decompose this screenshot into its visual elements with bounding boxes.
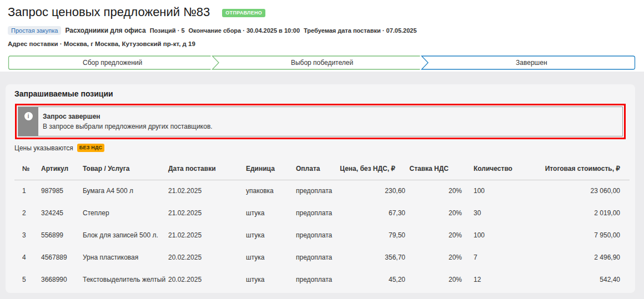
table-cell: 20.02.2025	[168, 268, 246, 291]
page-title: Запрос ценовых предложений №83	[8, 5, 210, 19]
table-cell: 4567889	[41, 246, 83, 268]
table-cell: штука	[246, 268, 296, 291]
table-cell: 2 019,00	[533, 202, 630, 224]
table-cell: штука	[246, 246, 296, 268]
table-cell: 542,40	[533, 268, 630, 291]
table-cell: 21.02.2025	[168, 180, 246, 202]
column-header-7: Цена, без НДС, ₽	[339, 158, 405, 180]
table-cell: 987985	[41, 180, 83, 202]
prices-note: Цены указываются БЕЗ НДС	[14, 144, 626, 152]
table-cell: 20%	[405, 268, 462, 291]
table-cell: 67,30	[339, 202, 405, 224]
table-cell: 21.02.2025	[168, 224, 246, 246]
table-cell: 20%	[405, 224, 462, 246]
table-cell: 7 950,00	[533, 224, 630, 246]
positions-table: №АртикулТовар / УслугаДата поставкиЕдини…	[14, 158, 630, 291]
table-cell: 20%	[405, 246, 462, 268]
table-cell: 30	[462, 202, 533, 224]
table-cell: предоплата	[296, 268, 339, 291]
positions-card: Запрашиваемые позиции i Запрос завершен …	[6, 84, 635, 293]
step-winners: Выбор победителей	[217, 55, 426, 70]
table-cell: 79,50	[339, 224, 405, 246]
table-cell: 3	[14, 224, 41, 246]
table-cell: Бумага А4 500 л	[83, 180, 168, 202]
alert-icon-strip: i	[18, 107, 38, 136]
info-icon: i	[24, 112, 33, 120]
table-row: 1987985Бумага А4 500 л21.02.2025упаковка…	[14, 180, 630, 202]
table-cell: 23 060,00	[533, 180, 630, 202]
table-cell: 45,20	[339, 268, 405, 291]
alert-body: Запрос завершен В запросе выбрали предло…	[38, 107, 220, 136]
vat-badge: БЕЗ НДС	[77, 144, 104, 152]
table-cell: предоплата	[296, 246, 339, 268]
column-header-10: Итоговая стоимость, ₽	[533, 158, 630, 180]
column-header-4: Дата поставки	[168, 158, 246, 180]
table-row: 53668990Текстовыделитель желтый20.02.202…	[14, 268, 630, 291]
table-cell: 21.02.2025	[168, 202, 246, 224]
table-cell: 100	[462, 224, 533, 246]
table-cell: 12	[462, 268, 533, 291]
required-delivery-date: Требуемая дата поставки · 07.05.2025	[304, 27, 417, 34]
table-cell: 2 496,90	[533, 246, 630, 268]
table-row: 44567889Урна пластиковая20.02.2025штукап…	[14, 246, 630, 268]
alert-title: Запрос завершен	[43, 112, 213, 121]
table-row: 2324245Степлер21.02.2025штукапредоплата6…	[14, 202, 630, 224]
table-cell: упаковка	[246, 180, 296, 202]
table-cell: 20%	[405, 180, 462, 202]
table-cell: Блок для записей 500 л.	[83, 224, 168, 246]
table-cell: Степлер	[83, 202, 168, 224]
category-label: Расходниики для офиса	[65, 27, 145, 34]
meta-line: Простая закупка Расходниики для офиса По…	[8, 26, 636, 35]
table-cell: 7	[462, 246, 533, 268]
table-header-row: №АртикулТовар / УслугаДата поставкиЕдини…	[14, 158, 630, 180]
table-cell: Урна пластиковая	[83, 246, 168, 268]
positions-count: Позиций · 5	[150, 27, 185, 34]
alert-text: В запросе выбрали предложения других пос…	[43, 121, 213, 131]
column-header-8: Ставка НДС	[405, 158, 462, 180]
status-badge: ОТПРАВЛЕНО	[222, 9, 265, 17]
table-cell: 100	[462, 180, 533, 202]
purchase-type-link[interactable]: Простая закупка	[8, 26, 61, 35]
table-cell: 556899	[41, 224, 83, 246]
step-collection: Сбор предложений	[8, 55, 217, 70]
table-cell: 20%	[405, 202, 462, 224]
positions-table-body: 1987985Бумага А4 500 л21.02.2025упаковка…	[14, 180, 630, 291]
page-header: Запрос ценовых предложений №83 ОТПРАВЛЕН…	[0, 0, 644, 72]
column-header-3: Товар / Услуга	[83, 158, 168, 180]
table-cell: 4	[14, 246, 41, 268]
request-finished-alert: i Запрос завершен В запросе выбрали пред…	[18, 107, 623, 136]
progress-steps: Сбор предложений Выбор победителей Завер…	[8, 55, 636, 70]
delivery-address: Адрес поставки · Москва, г Москва, Кутуз…	[8, 40, 636, 47]
table-cell: 5	[14, 268, 41, 291]
table-cell: 1	[14, 180, 41, 202]
table-cell: 20.02.2025	[168, 246, 246, 268]
column-header-9: Количество	[462, 158, 533, 180]
table-cell: штука	[246, 202, 296, 224]
section-title: Запрашиваемые позиции	[14, 89, 626, 98]
table-cell: предоплата	[296, 202, 339, 224]
column-header-5: Единица	[246, 158, 296, 180]
table-cell: предоплата	[296, 224, 339, 246]
column-header-2: Артикул	[41, 158, 83, 180]
table-row: 3556899Блок для записей 500 л.21.02.2025…	[14, 224, 630, 246]
table-cell: 3668990	[41, 268, 83, 291]
table-cell: 2	[14, 202, 41, 224]
table-cell: штука	[246, 224, 296, 246]
column-header-1: №	[14, 158, 41, 180]
table-cell: 356,70	[339, 246, 405, 268]
collection-end-date: Окончание сбора · 30.04.2025 в 10:00	[189, 27, 300, 34]
table-cell: предоплата	[296, 180, 339, 202]
column-header-6: Оплата	[296, 158, 339, 180]
step-finished: Завершен	[427, 55, 636, 70]
table-cell: 230,60	[339, 180, 405, 202]
table-cell: 324245	[41, 202, 83, 224]
table-cell: Текстовыделитель желтый	[83, 268, 168, 291]
prices-note-text: Цены указываются	[14, 144, 73, 152]
